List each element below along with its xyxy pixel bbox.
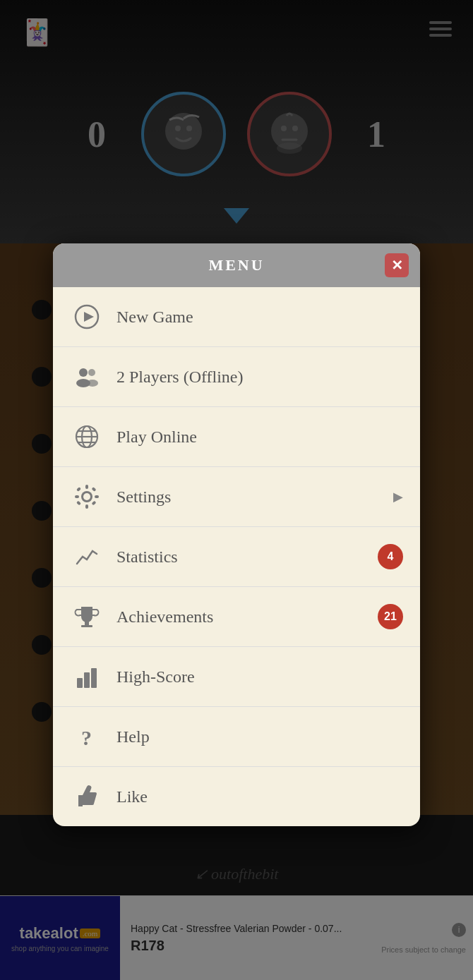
thumbsup-icon xyxy=(70,780,104,813)
menu-label-statistics: Statistics xyxy=(116,548,178,567)
menu-item-new-game[interactable]: New Game xyxy=(53,287,420,347)
svg-point-12 xyxy=(87,380,98,387)
svg-rect-22 xyxy=(95,495,99,498)
users-icon xyxy=(70,360,104,394)
menu-title: MENU xyxy=(208,256,264,274)
menu-item-statistics[interactable]: Statistics 4 xyxy=(53,527,420,587)
menu-panel: MENU ✕ New Game xyxy=(53,243,420,826)
settings-arrow: ▶ xyxy=(393,489,403,504)
svg-rect-27 xyxy=(85,619,89,625)
svg-rect-29 xyxy=(77,678,83,688)
svg-rect-21 xyxy=(75,495,79,498)
svg-rect-20 xyxy=(85,504,88,509)
menu-label-high-score: High-Score xyxy=(116,667,195,686)
menu-item-achievements[interactable]: Achievements 21 xyxy=(53,587,420,647)
menu-label-two-players: 2 Players (Offline) xyxy=(116,368,244,387)
menu-item-like[interactable]: Like xyxy=(53,767,420,826)
menu-label-help: Help xyxy=(116,727,150,746)
menu-item-settings[interactable]: Settings ▶ xyxy=(53,467,420,527)
svg-rect-26 xyxy=(91,500,96,505)
stats-icon xyxy=(70,540,104,574)
svg-point-10 xyxy=(88,369,95,376)
menu-label-play-online: Play Online xyxy=(116,428,197,447)
achievements-badge: 21 xyxy=(378,604,403,629)
play-icon xyxy=(70,300,104,334)
menu-overlay: MENU ✕ New Game xyxy=(0,0,473,980)
menu-close-button[interactable]: ✕ xyxy=(385,253,409,277)
svg-rect-31 xyxy=(91,668,97,688)
menu-label-achievements: Achievements xyxy=(116,607,213,627)
svg-rect-19 xyxy=(85,485,88,489)
svg-rect-25 xyxy=(76,500,81,505)
svg-rect-23 xyxy=(76,487,81,492)
menu-item-help[interactable]: ? Help xyxy=(53,707,420,767)
statistics-badge: 4 xyxy=(378,544,403,569)
menu-item-play-online[interactable]: Play Online xyxy=(53,407,420,467)
menu-body: New Game 2 Players (Offline) xyxy=(53,287,420,826)
svg-point-9 xyxy=(79,368,88,377)
svg-marker-8 xyxy=(84,312,94,322)
menu-item-high-score[interactable]: High-Score xyxy=(53,647,420,707)
trophy-icon xyxy=(70,600,104,634)
svg-rect-30 xyxy=(84,672,90,688)
question-icon: ? xyxy=(70,720,104,754)
svg-rect-28 xyxy=(81,625,92,627)
menu-label-like: Like xyxy=(116,787,148,806)
svg-point-18 xyxy=(83,493,90,500)
svg-rect-24 xyxy=(91,487,96,492)
menu-header: MENU ✕ xyxy=(53,243,420,287)
globe-icon xyxy=(70,420,104,454)
gear-icon xyxy=(70,480,104,514)
menu-label-settings: Settings xyxy=(116,488,171,507)
menu-item-two-players[interactable]: 2 Players (Offline) xyxy=(53,347,420,407)
highscore-icon xyxy=(70,660,104,694)
svg-text:?: ? xyxy=(81,726,92,749)
menu-label-new-game: New Game xyxy=(116,308,193,327)
